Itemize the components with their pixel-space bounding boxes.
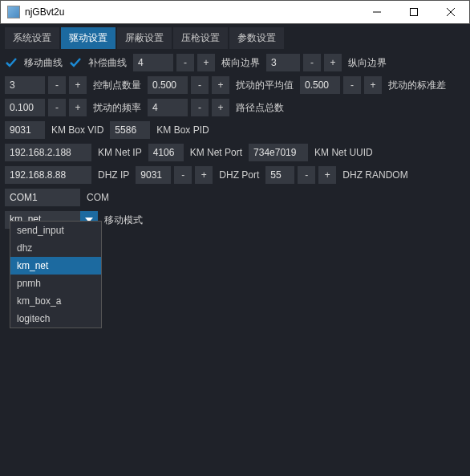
checkbox-move-curve[interactable]: 移动曲线 — [5, 56, 66, 70]
minus-button[interactable]: - — [48, 99, 66, 116]
plus-button[interactable]: + — [69, 76, 87, 94]
minus-button[interactable]: - — [191, 99, 209, 116]
dropdown-item[interactable]: km_net — [10, 257, 101, 275]
input-com[interactable] — [5, 189, 80, 206]
tab-param[interactable]: 参数设置 — [229, 27, 284, 49]
dropdown-item[interactable]: send_input — [10, 222, 101, 239]
svg-rect-1 — [411, 9, 418, 16]
input-path-points[interactable] — [148, 99, 188, 116]
input-kmnet-ip[interactable] — [5, 144, 91, 161]
input-dhz-random[interactable] — [265, 166, 294, 184]
input-kmnet-port[interactable] — [148, 144, 184, 161]
plus-button[interactable]: + — [195, 166, 213, 184]
plus-button[interactable]: + — [318, 166, 336, 184]
close-button[interactable] — [432, 0, 469, 24]
dropdown-item[interactable]: km_box_a — [10, 292, 101, 310]
minus-button[interactable]: - — [191, 76, 209, 94]
input-ctrl-points[interactable] — [5, 76, 45, 94]
checkbox-compensate-curve[interactable]: 补偿曲线 — [69, 56, 130, 70]
plus-button[interactable]: + — [69, 99, 87, 116]
tab-recoil[interactable]: 压枪设置 — [173, 27, 228, 49]
dropdown-item[interactable]: dhz — [10, 239, 101, 257]
tab-system[interactable]: 系统设置 — [5, 27, 59, 49]
tabs: 系统设置 驱动设置 屏蔽设置 压枪设置 参数设置 — [5, 24, 465, 49]
dropdown-move-mode: send_input dhz km_net pnmh km_box_a logi… — [10, 221, 102, 328]
input-dhz-port[interactable] — [136, 166, 171, 184]
input-perturb-mean[interactable] — [148, 76, 188, 94]
input-v-border[interactable] — [266, 54, 300, 71]
check-icon — [69, 56, 82, 69]
input-kmbox-pid[interactable] — [110, 121, 150, 139]
plus-button[interactable]: + — [212, 99, 229, 116]
dropdown-item[interactable]: logitech — [10, 310, 101, 328]
titlebar: njGBvt2u — [0, 0, 470, 24]
input-kmbox-vid[interactable] — [5, 121, 45, 139]
plus-button[interactable]: + — [197, 54, 215, 71]
minus-button[interactable]: - — [48, 76, 66, 94]
window-title: njGBvt2u — [25, 6, 359, 18]
minus-button[interactable]: - — [303, 54, 321, 71]
input-dhz-ip[interactable] — [5, 166, 91, 184]
minus-button[interactable]: - — [176, 54, 194, 71]
app-icon — [7, 6, 20, 18]
tab-shield[interactable]: 屏蔽设置 — [117, 27, 172, 49]
minus-button[interactable]: - — [298, 166, 315, 184]
plus-button[interactable]: + — [364, 76, 382, 94]
plus-button[interactable]: + — [324, 54, 342, 71]
check-icon — [5, 56, 18, 69]
tab-driver[interactable]: 驱动设置 — [61, 27, 115, 49]
plus-button[interactable]: + — [212, 76, 229, 94]
input-perturb-freq[interactable] — [5, 99, 45, 116]
dropdown-item[interactable]: pnmh — [10, 275, 101, 292]
minimize-button[interactable] — [359, 0, 395, 24]
input-kmnet-uuid[interactable] — [249, 144, 308, 161]
maximize-button[interactable] — [395, 0, 432, 24]
minus-button[interactable]: - — [174, 166, 192, 184]
input-perturb-std[interactable] — [300, 76, 340, 94]
minus-button[interactable]: - — [343, 76, 361, 94]
input-h-border[interactable] — [133, 54, 173, 71]
